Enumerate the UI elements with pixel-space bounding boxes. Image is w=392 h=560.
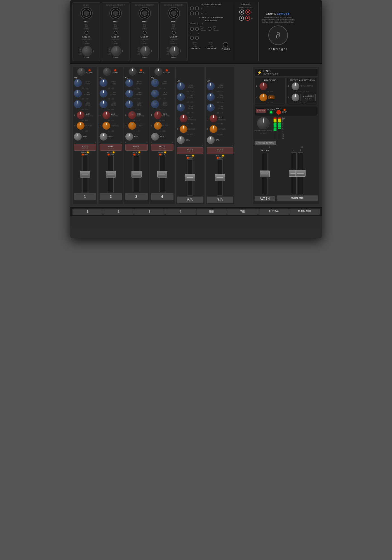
fader-thumb-4[interactable]	[157, 171, 167, 178]
comp-label-1: COMP	[86, 72, 93, 74]
aux-sends-master: AUX SENDS 1 -∞ +15 2 FX -∞ +15	[255, 78, 286, 105]
eq-high-knob-4[interactable]	[151, 79, 159, 87]
fader-thumb-3[interactable]	[132, 171, 142, 178]
eq-mid-knob-56[interactable]	[177, 93, 185, 101]
bottom-label-main-mix: MAIN MIX	[289, 209, 320, 215]
comp-knob-3[interactable]	[129, 68, 137, 76]
two-tr-usb-button[interactable]: 2-TR/USB	[256, 109, 266, 113]
aux1-knob-56[interactable]	[180, 115, 187, 122]
mute-button-4[interactable]: MUTE ALT 3-4	[151, 144, 173, 151]
comp-led-2	[114, 69, 116, 71]
mute-button-56[interactable]: MUTE ALT 3-4	[177, 147, 203, 154]
two-tr-usb-main-button[interactable]: 2-TR/USB TO MAIN	[255, 141, 276, 145]
usb-interface-label: ⚡ USB INTERFACE	[255, 68, 318, 77]
gain-knob-3[interactable]	[140, 46, 150, 56]
aux2-knob-56[interactable]	[180, 125, 187, 133]
eq-low-knob-1[interactable]	[74, 100, 82, 108]
left-mono-jack	[190, 6, 194, 10]
aux1-knob-4[interactable]	[154, 111, 162, 119]
comp-led-1	[89, 69, 90, 71]
eq-mid-knob-78[interactable]	[207, 93, 215, 101]
jack-fx-right	[195, 11, 199, 15]
eq-high-knob-1[interactable]	[74, 79, 82, 87]
gain-knob-1[interactable]	[82, 46, 92, 56]
eq-high-knob-78[interactable]	[207, 82, 215, 90]
main-mix-fader-r[interactable]	[298, 152, 303, 194]
aux2-knob-3[interactable]	[128, 122, 136, 130]
mute-button-78[interactable]: MUTE ALT 3-4	[207, 147, 233, 154]
fader-3[interactable]	[134, 156, 139, 192]
line-in-1: LINE IN	[82, 36, 90, 38]
mute-button-1[interactable]: MUTE ALT 3-4	[74, 144, 96, 151]
bal-knob-56[interactable]	[177, 136, 185, 144]
comp-knob-1[interactable]	[77, 68, 85, 76]
alt34-fader-thumb[interactable]	[260, 171, 270, 177]
bottom-label-2: 2	[103, 209, 134, 215]
xlr-3	[139, 7, 151, 19]
fader-2[interactable]	[108, 156, 114, 192]
clip-led-2	[108, 154, 109, 155]
channel-3-input: XENYX MIC PREAMP MIC BALORUNBAL LINE IN …	[131, 2, 159, 61]
bal-knob-78[interactable]	[207, 136, 215, 144]
main-mix-fader-thumb-r[interactable]	[295, 170, 306, 177]
fader-thumb-1[interactable]	[80, 171, 90, 178]
eq-high-knob-2[interactable]	[100, 79, 107, 87]
fader-4[interactable]	[159, 156, 165, 192]
mute-led-3	[139, 151, 140, 153]
stereo-return-1[interactable]	[292, 82, 299, 90]
aux2-knob-2[interactable]	[102, 122, 110, 130]
alt34-fader[interactable]	[262, 153, 267, 195]
phones-jack	[223, 42, 228, 48]
pan-knob-1[interactable]	[74, 133, 82, 141]
aux1-knob-78[interactable]	[210, 115, 217, 122]
aux1-knob-1[interactable]	[77, 111, 84, 119]
fader-thumb-56[interactable]	[185, 174, 195, 181]
right-jack	[195, 6, 199, 10]
aux2-knob-4[interactable]	[154, 122, 162, 130]
eq-low-knob-56[interactable]	[177, 104, 185, 111]
fader-56[interactable]	[187, 159, 193, 196]
aux2-knob-78[interactable]	[210, 125, 217, 133]
pan-knob-4[interactable]	[151, 133, 159, 141]
eq-mid-knob-1[interactable]	[74, 90, 82, 97]
eq-low-knob-4[interactable]	[151, 100, 159, 108]
comp-knob-4[interactable]	[154, 68, 162, 76]
clip-led-3	[133, 154, 135, 155]
stereo-return-2[interactable]	[292, 94, 299, 101]
channel-strip-3: COMP EQ HIGH12 kHz -15 +15 MID2.5 kHz	[124, 66, 149, 205]
aux-send-master-1[interactable]	[259, 82, 267, 90]
pan-knob-3[interactable]	[125, 133, 133, 141]
aux-send-master-2[interactable]	[259, 94, 267, 101]
product-taglines: PREMIUM 12-INPUT 2/2-BUS MIXER XENYX MIC…	[261, 16, 295, 23]
comp-knob-2[interactable]	[103, 68, 111, 76]
eq-mid-knob-2[interactable]	[100, 90, 107, 97]
eq-low-knob-3[interactable]	[125, 100, 133, 108]
stereo-aux-returns-master: STEREO AUX RETURNS 1 TO AUX SEND 1 -∞ +2…	[287, 78, 318, 105]
main-mix-return-btn[interactable]: ▲ MAIN MIXALT 3-4	[301, 94, 316, 101]
gain-knob-4[interactable]	[169, 46, 179, 56]
eq-mid-knob-4[interactable]	[151, 90, 159, 97]
aux1-knob-2[interactable]	[102, 111, 110, 119]
fader-thumb-2[interactable]	[106, 171, 116, 178]
eq-mid-knob-3[interactable]	[125, 90, 133, 97]
gain-knob-2[interactable]	[111, 46, 121, 56]
phantom-power-button[interactable]	[276, 110, 281, 115]
eq-low-knob-2[interactable]	[100, 100, 107, 108]
fader-1[interactable]	[82, 156, 88, 192]
pan-knob-2[interactable]	[100, 133, 107, 141]
aux2-knob-1[interactable]	[77, 122, 84, 130]
xlr-2	[109, 7, 122, 19]
ctrl-room-knob[interactable]	[257, 117, 269, 129]
eq-low-knob-78[interactable]	[207, 104, 215, 111]
fx-button[interactable]: FX	[268, 95, 275, 99]
mute-button-2[interactable]: MUTE ALT 3-4	[100, 144, 122, 151]
channel-label-78: 7/8	[207, 197, 233, 203]
aux1-knob-3[interactable]	[128, 111, 136, 119]
trs-jack-1	[84, 31, 88, 35]
eq-high-knob-3[interactable]	[125, 79, 133, 87]
eq-high-knob-56[interactable]	[177, 82, 185, 90]
mute-button-3[interactable]: MUTE ALT 3-4	[125, 144, 148, 151]
fader-thumb-78[interactable]	[215, 174, 225, 181]
channel-strip-4: COMP EQ HIGH12 kHz -15 +15 MID2.5 kHz	[150, 66, 175, 205]
fader-78[interactable]	[217, 159, 223, 196]
